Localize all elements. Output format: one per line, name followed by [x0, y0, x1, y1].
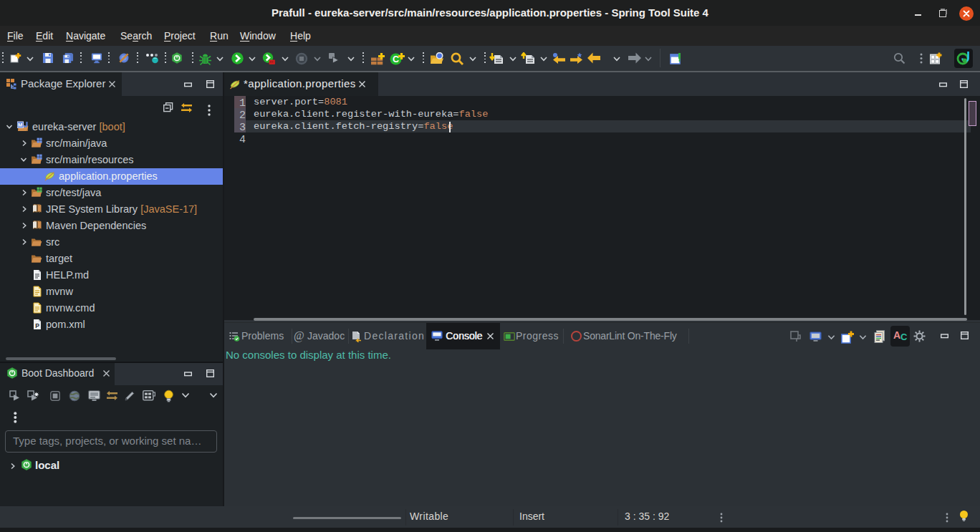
svg-text:C: C [393, 54, 399, 64]
svg-text:P: P [35, 322, 39, 329]
svg-text:M: M [18, 122, 22, 128]
